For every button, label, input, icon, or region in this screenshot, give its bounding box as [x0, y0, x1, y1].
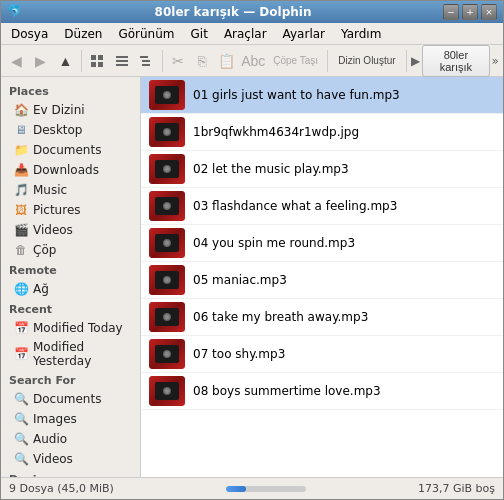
file-item-5[interactable]: 05 maniac.mp3 [141, 262, 503, 299]
sidebar-item-network[interactable]: 🌐 Ağ [1, 279, 140, 299]
file-item-1[interactable]: 1br9qfwkhm4634r1wdp.jpg [141, 114, 503, 151]
svg-rect-7 [140, 56, 148, 58]
back-button[interactable]: ◀ [5, 48, 28, 74]
rename-button[interactable]: Abc [240, 48, 266, 74]
sidebar-label-search-videos: Videos [33, 452, 73, 466]
file-item-0[interactable]: 01 girls just want to have fun.mp3 [141, 77, 503, 114]
sidebar-item-modified-yesterday[interactable]: 📅 Modified Yesterday [1, 338, 140, 370]
menu-araclar[interactable]: Araçlar [218, 25, 273, 43]
minimize-button[interactable]: − [443, 4, 459, 20]
file-item-2[interactable]: 02 let the music play.mp3 [141, 151, 503, 188]
cut-button[interactable]: ✂ [166, 48, 189, 74]
sidebar-item-search-images[interactable]: 🔍 Images [1, 409, 140, 429]
file-name-2: 02 let the music play.mp3 [193, 162, 349, 176]
sidebar-label-home: Ev Dizini [33, 103, 85, 117]
music-icon: 🎵 [13, 182, 29, 198]
main-window: 🐬 80ler karışık — Dolphin − + × Dosya Dü… [0, 0, 504, 500]
search-videos-icon: 🔍 [13, 451, 29, 467]
menu-dosya[interactable]: Dosya [5, 25, 54, 43]
sidebar-label-yesterday: Modified Yesterday [33, 340, 132, 368]
file-item-3[interactable]: 03 flashdance what a feeling.mp3 [141, 188, 503, 225]
menu-git[interactable]: Git [185, 25, 214, 43]
file-name-8: 08 boys summertime love.mp3 [193, 384, 381, 398]
cassette-icon-2 [149, 154, 185, 184]
sidebar-label-search-docs: Documents [33, 392, 101, 406]
sidebar-item-modified-today[interactable]: 📅 Modified Today [1, 318, 140, 338]
separator-1 [81, 50, 82, 72]
sidebar-item-documents[interactable]: 📁 Documents [1, 140, 140, 160]
sidebar-label-music: Music [33, 183, 67, 197]
sidebar-item-search-audio[interactable]: 🔍 Audio [1, 429, 140, 449]
window-icon: 🐬 [7, 4, 23, 20]
file-name-5: 05 maniac.mp3 [193, 273, 287, 287]
places-label: Places [1, 81, 140, 100]
icon-view-button[interactable] [86, 48, 109, 74]
file-item-4[interactable]: 04 you spin me round.mp3 [141, 225, 503, 262]
file-name-6: 06 take my breath away.mp3 [193, 310, 368, 324]
sidebar-item-music[interactable]: 🎵 Music [1, 180, 140, 200]
trash-icon: 🗑 [13, 242, 29, 258]
devices-label: Devices [1, 469, 140, 477]
svg-rect-8 [142, 60, 150, 62]
sidebar-item-desktop[interactable]: 🖥 Desktop [1, 120, 140, 140]
file-name-7: 07 too shy.mp3 [193, 347, 285, 361]
tree-view-button[interactable] [135, 48, 158, 74]
titlebar: 🐬 80ler karışık — Dolphin − + × [1, 1, 503, 23]
close-button[interactable]: × [481, 4, 497, 20]
sidebar-label-pictures: Pictures [33, 203, 81, 217]
cassette-icon-7 [149, 339, 185, 369]
sidebar-label-today: Modified Today [33, 321, 123, 335]
file-item-6[interactable]: 06 take my breath away.mp3 [141, 299, 503, 336]
maximize-button[interactable]: + [462, 4, 478, 20]
search-label: Search For [1, 370, 140, 389]
list-view-button[interactable] [110, 48, 133, 74]
file-item-7[interactable]: 07 too shy.mp3 [141, 336, 503, 373]
separator-3 [327, 50, 328, 72]
toolbar: ◀ ▶ ▲ ✂ ⎘ [1, 45, 503, 77]
sidebar-item-pictures[interactable]: 🖼 Pictures [1, 200, 140, 220]
cassette-icon-3 [149, 191, 185, 221]
separator-4 [406, 50, 407, 72]
up-button[interactable]: ▲ [54, 48, 77, 74]
file-name-3: 03 flashdance what a feeling.mp3 [193, 199, 397, 213]
forward-button[interactable]: ▶ [30, 48, 53, 74]
menu-yardim[interactable]: Yardım [335, 25, 387, 43]
content-area: Places 🏠 Ev Dizini 🖥 Desktop 📁 Documents… [1, 77, 503, 477]
progress-bar-container [226, 486, 306, 492]
file-item-8[interactable]: 08 boys summertime love.mp3 [141, 373, 503, 410]
titlebar-controls: − + × [443, 4, 497, 20]
file-count-label: 9 Dosya (45,0 MiB) [9, 482, 114, 495]
sidebar-label-network: Ağ [33, 282, 49, 296]
cope-tasi-button[interactable]: Çöpe Taşı [268, 48, 323, 74]
sidebar-item-search-documents[interactable]: 🔍 Documents [1, 389, 140, 409]
sidebar-item-search-videos[interactable]: 🔍 Videos [1, 449, 140, 469]
sidebar-item-downloads[interactable]: 📥 Downloads [1, 160, 140, 180]
menu-ayarlar[interactable]: Ayarlar [277, 25, 331, 43]
menu-duzen[interactable]: Düzen [58, 25, 108, 43]
cassette-icon-1 [149, 117, 185, 147]
file-thumb-8 [149, 376, 185, 406]
copy-button[interactable]: ⎘ [191, 48, 214, 74]
search-documents-icon: 🔍 [13, 391, 29, 407]
breadcrumb-location[interactable]: 80ler karışık [422, 45, 489, 77]
search-images-icon: 🔍 [13, 411, 29, 427]
remote-label: Remote [1, 260, 140, 279]
menu-gorunum[interactable]: Görünüm [112, 25, 180, 43]
progress-area [226, 486, 306, 492]
file-thumb-2 [149, 154, 185, 184]
sidebar-item-trash[interactable]: 🗑 Çöp [1, 240, 140, 260]
paste-button[interactable]: 📋 [216, 48, 239, 74]
svg-rect-5 [116, 60, 128, 62]
calendar-yesterday-icon: 📅 [13, 346, 29, 362]
cassette-icon-5 [149, 265, 185, 295]
cassette-icon-4 [149, 228, 185, 258]
sidebar-label-search-images: Images [33, 412, 77, 426]
sidebar-item-home[interactable]: 🏠 Ev Dizini [1, 100, 140, 120]
menubar: Dosya Düzen Görünüm Git Araçlar Ayarlar … [1, 23, 503, 45]
sidebar-item-videos[interactable]: 🎬 Videos [1, 220, 140, 240]
progress-bar-fill [226, 486, 246, 492]
file-thumb-7 [149, 339, 185, 369]
file-area: 01 girls just want to have fun.mp3 1br9q… [141, 77, 503, 477]
new-folder-button[interactable]: Dizin Oluştur [332, 48, 402, 74]
file-thumb-3 [149, 191, 185, 221]
